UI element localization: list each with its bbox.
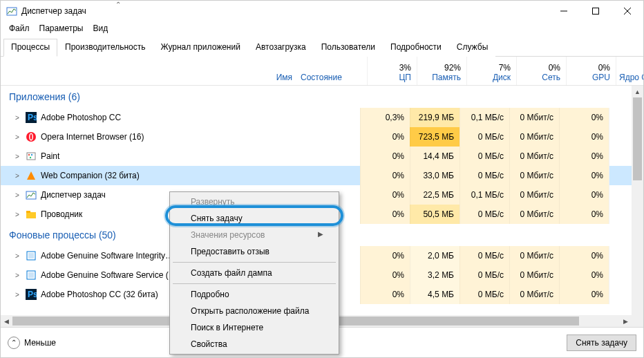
memory-value: 50,5 МБ [410, 205, 460, 224]
menu-options[interactable]: Параметры [35, 22, 88, 35]
svg-point-12 [31, 154, 32, 156]
disk-value: 0,1 МБ/с [460, 108, 509, 127]
svg-rect-2 [593, 8, 599, 15]
tab-processes[interactable]: Процессы [3, 39, 57, 57]
process-icon [26, 250, 37, 261]
process-state [292, 147, 360, 166]
expand-toggle[interactable]: > [13, 191, 21, 199]
disk-value: 0 МБ/с [460, 166, 509, 185]
scroll-left-arrow[interactable]: ◀ [1, 315, 12, 327]
expand-toggle[interactable]: > [13, 291, 21, 299]
header-memory[interactable]: 92%Память [417, 57, 466, 85]
minimize-button[interactable] [548, 1, 580, 21]
tab-app-history[interactable]: Журнал приложений [153, 39, 248, 57]
context-menu-item[interactable]: Предоставить отзыв [171, 243, 337, 260]
menubar: Файл Параметры Вид [1, 21, 643, 35]
network-value: 0 Мбит/с [509, 246, 559, 265]
process-icon [26, 131, 37, 142]
svg-point-13 [30, 157, 31, 158]
disk-value: 0 МБ/с [460, 246, 509, 265]
expand-toggle[interactable]: > [13, 252, 21, 260]
process-name: Opera Internet Browser (16) [41, 132, 144, 142]
header-gpu[interactable]: 0%GPU [566, 57, 616, 85]
tab-performance[interactable]: Производительность [57, 39, 153, 57]
maximize-button[interactable] [580, 1, 612, 21]
process-name: Adobe Genuine Software Integrity… [41, 251, 173, 261]
disk-value: 0,1 МБ/с [460, 185, 509, 205]
memory-value: 219,9 МБ [410, 108, 460, 127]
gpu-value: 0% [559, 205, 609, 224]
header-network[interactable]: 0%Сеть [516, 57, 566, 85]
menu-file[interactable]: Файл [5, 22, 34, 35]
context-menu-item: Значения ресурсов▶ [171, 227, 337, 243]
context-menu-item[interactable]: Снять задачу [171, 210, 337, 227]
end-task-button[interactable]: Снять задачу [567, 335, 636, 351]
svg-rect-0 [7, 8, 17, 15]
svg-rect-21 [28, 272, 34, 278]
close-button[interactable] [612, 1, 643, 21]
header-cpu[interactable]: 3%ЦП [367, 57, 417, 85]
header-gpu-core[interactable]: Ядро GPU [616, 57, 644, 85]
gpu-value: 0% [559, 108, 609, 127]
context-menu-item[interactable]: Поиск в Интернете [171, 319, 337, 336]
vertical-scrollbar[interactable]: ▲ ▼ [632, 86, 643, 357]
network-value: 0 Мбит/с [509, 108, 559, 127]
group-header-apps: Приложения (6) [1, 86, 643, 108]
disk-value: 0 МБ/с [460, 285, 509, 304]
process-row[interactable]: > Ps Adobe Photoshop CC 0,3% 219,9 МБ 0,… [1, 108, 643, 127]
expand-toggle[interactable]: > [13, 153, 21, 160]
cpu-value: 0% [360, 166, 410, 185]
cpu-value: 0% [360, 185, 410, 205]
cpu-value: 0% [360, 127, 410, 147]
process-row[interactable]: > Opera Internet Browser (16) 0% 723,5 М… [1, 127, 643, 147]
expand-toggle[interactable]: > [13, 172, 21, 180]
memory-value: 22,5 МБ [410, 185, 460, 205]
scroll-up-arrow[interactable]: ▲ [632, 86, 643, 97]
column-headers: Имя ⌃ Состояние 3%ЦП 92%Память 7%Диск 0%… [1, 57, 643, 86]
context-menu-item[interactable]: Подробно [171, 286, 337, 303]
context-menu-item[interactable]: Открыть расположение файла [171, 303, 337, 319]
memory-value: 14,4 МБ [410, 147, 460, 166]
svg-rect-17 [26, 211, 30, 213]
network-value: 0 Мбит/с [509, 205, 559, 224]
process-icon [26, 270, 37, 281]
process-icon [26, 170, 37, 181]
memory-value: 2,0 МБ [410, 246, 460, 265]
tab-startup[interactable]: Автозагрузка [248, 39, 314, 57]
header-name[interactable]: Имя ⌃ [1, 57, 298, 85]
scroll-right-arrow[interactable]: ▶ [620, 315, 632, 327]
scroll-thumb-v[interactable] [633, 97, 642, 180]
cpu-value: 0,3% [360, 108, 410, 127]
process-name: Adobe Photoshop CC (32 бита) [41, 290, 158, 299]
expand-toggle[interactable]: > [13, 133, 21, 141]
context-menu-item[interactable]: Свойства [171, 336, 337, 352]
svg-rect-10 [27, 153, 35, 160]
gpu-value: 0% [559, 285, 609, 304]
process-state [292, 108, 360, 127]
header-disk[interactable]: 7%Диск [466, 57, 516, 85]
disk-value: 0 МБ/с [460, 265, 509, 285]
tab-users[interactable]: Пользователи [314, 39, 383, 57]
network-value: 0 Мбит/с [509, 285, 559, 304]
disk-value: 0 МБ/с [460, 127, 509, 147]
expand-toggle[interactable]: > [13, 114, 21, 122]
tab-details[interactable]: Подробности [383, 39, 449, 57]
tab-services[interactable]: Службы [449, 39, 495, 57]
fewer-details-button[interactable]: ⌃ Меньше [8, 337, 56, 349]
svg-rect-16 [26, 212, 36, 218]
process-row[interactable]: > Web Companion (32 бита) 0% 33,0 МБ 0 М… [1, 166, 643, 185]
svg-marker-14 [27, 171, 35, 180]
process-name: Проводник [41, 209, 82, 219]
gpu-value: 0% [559, 265, 609, 285]
svg-rect-15 [26, 191, 36, 199]
header-state[interactable]: Состояние [298, 57, 367, 85]
menu-view[interactable]: Вид [88, 22, 112, 35]
expand-toggle[interactable]: > [13, 211, 21, 218]
process-row[interactable]: > Paint 0% 14,4 МБ 0 МБ/с 0 Мбит/с 0% [1, 147, 643, 166]
disk-value: 0 МБ/с [460, 205, 509, 224]
expand-toggle[interactable]: > [13, 272, 21, 279]
process-name: Adobe Photoshop CC [41, 113, 121, 122]
context-menu-item[interactable]: Создать файл дампа [171, 265, 337, 281]
cpu-value: 0% [360, 285, 410, 304]
disk-value: 0 МБ/с [460, 147, 509, 166]
